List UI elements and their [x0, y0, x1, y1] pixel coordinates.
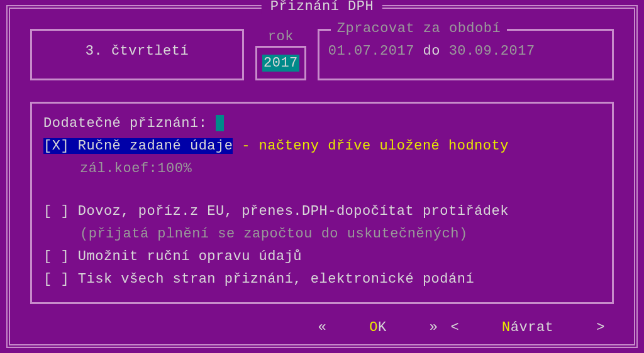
back-rest: ávrat: [511, 320, 554, 335]
allow-row[interactable]: [ ] Umožnit ruční opravu údajů: [43, 246, 601, 268]
text-cursor-icon: [216, 115, 224, 131]
next-button[interactable]: »: [423, 320, 445, 335]
year-input[interactable]: 2017: [255, 46, 306, 80]
print-row[interactable]: [ ] Tisk všech stran přiznání, elektroni…: [43, 268, 601, 291]
ok-button[interactable]: OK: [363, 320, 392, 335]
date-to: 30.09.2017: [449, 43, 535, 59]
back-button[interactable]: Návrat: [496, 320, 560, 335]
additional-label: Dodatečné přiznání:: [43, 116, 207, 131]
import-row[interactable]: [ ] Dovoz, poříz.z EU, přenes.DPH-dopočí…: [43, 200, 601, 223]
manual-note: - načteny dříve uložené hodnoty: [233, 138, 508, 154]
date-range-line: 01.07.2017 do 30.09.2017: [328, 43, 603, 59]
print-label: Tisk všech stran přiznání, elektronické …: [78, 271, 474, 287]
spacer: [43, 180, 601, 200]
date-to-label: do: [423, 43, 440, 59]
prev-button[interactable]: «: [312, 320, 333, 335]
period-selector[interactable]: 3. čtvrtletí: [30, 29, 244, 80]
year-group: rok 2017: [255, 29, 306, 80]
print-checkbox[interactable]: [ ]: [43, 271, 69, 287]
footer-bar: « OK » < Návrat >: [10, 320, 634, 335]
back-gt[interactable]: >: [590, 320, 611, 335]
header-row: 3. čtvrtletí rok 2017 Zpracovat za obdob…: [30, 29, 614, 80]
import-hint: (přijatá plnění se započtou do uskutečně…: [43, 223, 601, 246]
date-range-box: Zpracovat za období 01.07.2017 do 30.09.…: [318, 29, 614, 80]
date-from: 01.07.2017: [328, 43, 414, 59]
options-panel: Dodatečné přiznání: [X] Ručně zadané úda…: [30, 102, 614, 304]
period-label: 3. čtvrtletí: [86, 43, 189, 59]
allow-label: Umožnit ruční opravu údajů: [78, 249, 302, 264]
date-range-title: Zpracovat za období: [331, 21, 507, 36]
back-hotkey: N: [502, 320, 511, 335]
manual-data-row[interactable]: [X] Ručně zadané údaje - načteny dříve u…: [43, 135, 601, 158]
back-lt[interactable]: <: [444, 320, 465, 335]
year-label: rok: [268, 29, 294, 45]
window-title: Přiznání DPH: [262, 0, 382, 14]
manual-checkbox[interactable]: [X] Ručně zadané údaje: [43, 138, 233, 154]
import-checkbox[interactable]: [ ]: [43, 204, 69, 219]
coef-label: zál.koef:100%: [43, 158, 601, 180]
additional-row[interactable]: Dodatečné přiznání:: [43, 112, 601, 135]
import-label: Dovoz, poříz.z EU, přenes.DPH-dopočítat …: [78, 204, 509, 219]
window-frame: Přiznání DPH 3. čtvrtletí rok 2017 Zprac…: [6, 5, 638, 348]
year-value: 2017: [262, 55, 299, 72]
ok-rest: K: [378, 320, 387, 335]
ok-hotkey: O: [369, 320, 378, 335]
allow-checkbox[interactable]: [ ]: [43, 249, 69, 264]
